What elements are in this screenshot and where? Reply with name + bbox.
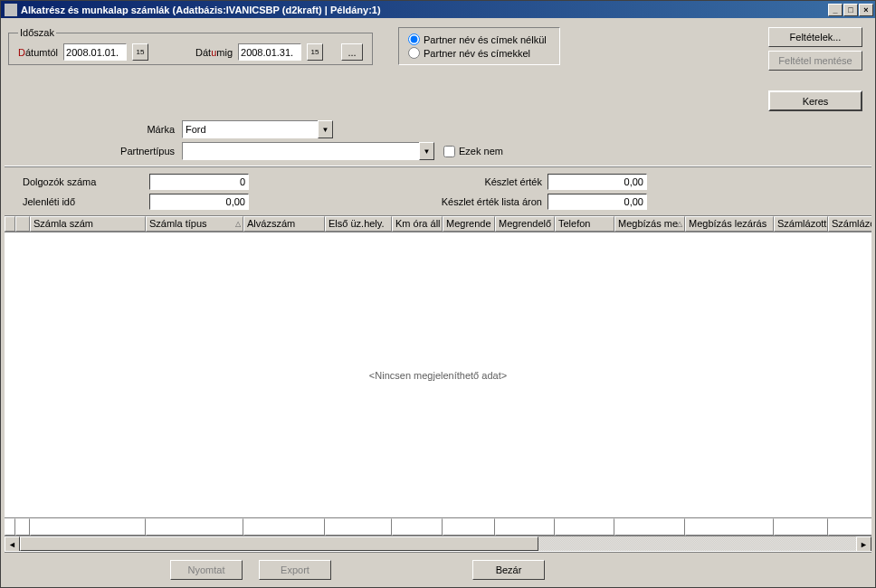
footer-cell — [5, 518, 15, 536]
grid-header: Számla számSzámla típus△AlvázszámElső üz… — [5, 216, 871, 232]
horizontal-scrollbar[interactable]: ◄ ► — [5, 536, 871, 551]
brand-combo[interactable]: ▼ — [182, 120, 333, 138]
date-from-label: Dátumtól — [18, 47, 58, 58]
titlebar: Alkatrész és munkalap számlák (Adatbázis… — [1, 1, 875, 18]
footer-cell — [555, 518, 614, 536]
workers-count-label: Dolgozók száma — [23, 176, 149, 187]
radio-with-address-input[interactable] — [408, 47, 420, 59]
stock-value[interactable] — [548, 174, 647, 190]
brand-label: Márka — [8, 124, 178, 135]
brand-dropdown-icon[interactable]: ▼ — [318, 120, 333, 138]
column-header[interactable]: Számla szám — [30, 216, 146, 232]
ezek-nem-checkbox[interactable]: Ezek nem — [443, 146, 503, 157]
radio-without-address[interactable]: Partner név és címek nélkül — [408, 33, 547, 45]
footer-cell — [443, 518, 495, 536]
scroll-thumb[interactable] — [20, 536, 538, 551]
grid-body: <Nincsen megjeleníthető adat> — [5, 232, 871, 517]
save-condition-button[interactable]: Feltétel mentése — [768, 51, 862, 71]
app-icon — [5, 4, 17, 16]
column-header[interactable] — [5, 216, 15, 232]
column-header[interactable]: Megrendelő — [495, 216, 555, 232]
presence-time-value[interactable] — [149, 194, 249, 210]
close-form-button[interactable]: Bezár — [472, 560, 545, 580]
date-from-calendar-button[interactable]: 15 — [132, 43, 148, 61]
grid-empty-text: <Nincsen megjeleníthető adat> — [369, 370, 507, 381]
date-to-label: Dátumig — [195, 47, 233, 58]
footer-cell — [392, 518, 443, 536]
summary-panel: Dolgozók száma Készlet érték Jelenléti i… — [5, 166, 871, 213]
search-button[interactable]: Keres — [768, 90, 862, 111]
column-header[interactable]: Számlázott — [774, 216, 828, 232]
print-button[interactable]: Nyomtat — [170, 560, 243, 580]
footer-cell — [774, 518, 828, 536]
radio-without-address-input[interactable] — [408, 33, 420, 45]
client-area: Időszak Dátumtól 15 Dátumig 15 ... Partn… — [1, 18, 875, 587]
conditions-button[interactable]: Feltételek... — [768, 27, 862, 47]
date-to-calendar-button[interactable]: 15 — [307, 43, 323, 61]
scroll-left-button[interactable]: ◄ — [5, 536, 20, 551]
date-to-input[interactable] — [238, 43, 301, 61]
column-header[interactable]: Számlázott m — [828, 216, 871, 232]
footer-cell — [243, 518, 325, 536]
period-group: Időszak Dátumtól 15 Dátumig 15 ... — [8, 27, 373, 65]
ezek-nem-input[interactable] — [443, 146, 455, 157]
footer-cell — [828, 518, 871, 536]
export-button[interactable]: Export — [259, 560, 331, 580]
column-header[interactable]: Megrende — [443, 216, 495, 232]
workers-count-value[interactable] — [149, 174, 249, 190]
stock-value-label: Készlet érték — [403, 176, 548, 187]
stock-list-value[interactable] — [548, 194, 647, 210]
scroll-right-button[interactable]: ► — [856, 536, 871, 551]
minimize-button[interactable]: _ — [828, 4, 843, 16]
window-title: Alkatrész és munkalap számlák (Adatbázis… — [21, 5, 381, 15]
partnertype-combo[interactable]: ▼ — [182, 142, 434, 160]
presence-time-label: Jelenléti idő — [23, 196, 149, 207]
radio-with-address[interactable]: Partner név és címekkel — [408, 47, 547, 59]
period-legend: Időszak — [18, 27, 56, 38]
footer-cell — [15, 518, 30, 536]
data-grid: Számla számSzámla típus△AlvázszámElső üz… — [5, 215, 871, 551]
grid-footer — [5, 517, 871, 536]
partnertype-dropdown-icon[interactable]: ▼ — [419, 142, 434, 160]
maximize-button[interactable]: □ — [843, 4, 858, 16]
brand-input[interactable] — [182, 120, 318, 138]
main-window: Alkatrész és munkalap számlák (Adatbázis… — [0, 0, 876, 588]
column-header[interactable]: Telefon — [555, 216, 614, 232]
stock-list-label: Készlet érték lista áron — [403, 196, 548, 207]
column-header[interactable] — [15, 216, 30, 232]
column-header[interactable]: Első üz.hely. — [325, 216, 392, 232]
close-button[interactable]: × — [859, 4, 873, 16]
partnertype-label: Partnertípus — [8, 146, 178, 156]
column-header[interactable]: Megbízás lezárás — [685, 216, 774, 232]
footer-cell — [146, 518, 243, 536]
footer-cell — [495, 518, 555, 536]
footer-cell — [30, 518, 146, 536]
scroll-track[interactable] — [20, 536, 856, 551]
sort-indicator-icon: △ — [677, 220, 682, 228]
period-more-button[interactable]: ... — [341, 43, 363, 61]
column-header[interactable]: Alvázszám — [243, 216, 325, 232]
column-header[interactable]: Számla típus△ — [146, 216, 243, 232]
sort-indicator-icon: △ — [235, 220, 241, 228]
partner-display-radios: Partner név és címek nélkül Partner név … — [398, 27, 560, 65]
column-header[interactable]: Km óra áll — [392, 216, 443, 232]
column-header[interactable]: Megbízás me△ — [614, 216, 685, 232]
footer-cell — [325, 518, 392, 536]
footer-cell — [685, 518, 774, 536]
footer-cell — [614, 518, 685, 536]
partnertype-input[interactable] — [182, 142, 419, 160]
bottom-bar: Nyomtat Export Bezár — [5, 551, 871, 583]
date-from-input[interactable] — [63, 43, 127, 61]
